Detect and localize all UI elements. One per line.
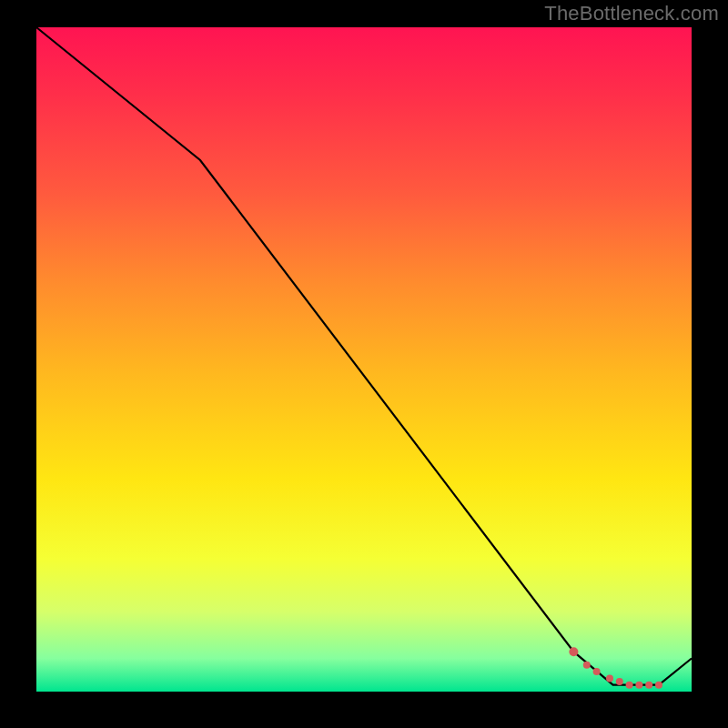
curve-marker <box>593 668 601 675</box>
curve-markers <box>569 647 662 689</box>
curve-marker <box>645 682 652 689</box>
watermark-text: TheBottleneck.com <box>544 2 719 25</box>
bottleneck-curve-line <box>36 27 692 685</box>
curve-marker <box>616 678 623 685</box>
curve-marker <box>583 662 591 669</box>
curve-marker <box>626 682 633 689</box>
chart-frame: TheBottleneck.com <box>0 0 728 728</box>
curve-marker <box>606 674 613 682</box>
curve-marker <box>655 682 662 689</box>
curve-marker <box>569 647 578 656</box>
chart-overlay-svg <box>36 27 692 692</box>
curve-marker <box>635 682 642 689</box>
